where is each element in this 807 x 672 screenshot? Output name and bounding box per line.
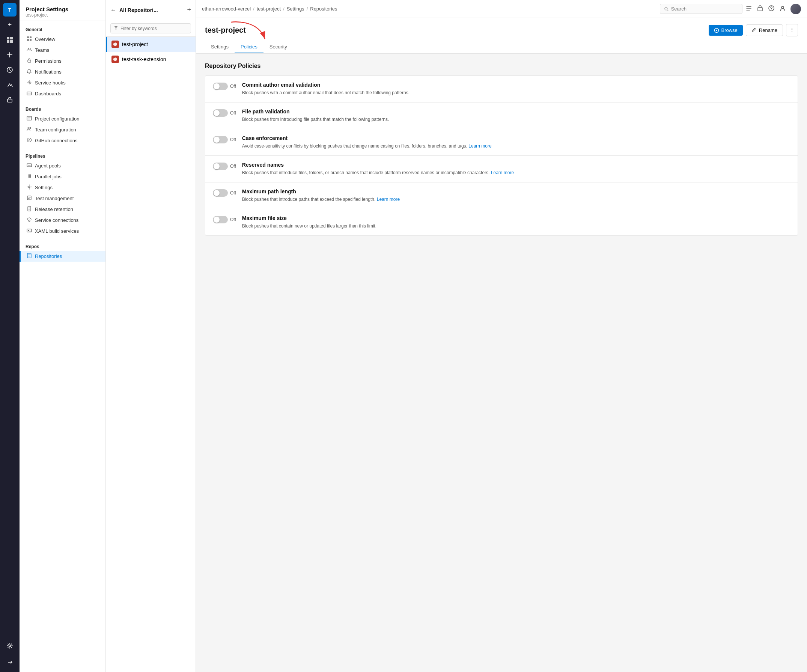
sidebar-item-teams[interactable]: Teams (20, 45, 105, 56)
dashboards-icon (27, 90, 32, 97)
rename-button[interactable]: Rename (746, 24, 783, 36)
svg-rect-9 (27, 39, 29, 41)
svg-point-24 (28, 220, 30, 221)
toggle-switch-commit-email[interactable] (213, 83, 228, 90)
policy-item-case-enforcement: Off Case enforcement Avoid case-sensitiv… (205, 129, 798, 155)
section-title-boards: Boards (20, 105, 105, 113)
svg-point-19 (27, 138, 32, 142)
policy-text-max-file-size: Maximum file size Block pushes that cont… (242, 215, 790, 230)
learn-more-reserved-names[interactable]: Learn more (491, 170, 514, 175)
svg-rect-0 (7, 37, 9, 40)
toggle-case-enforcement[interactable]: Off (213, 136, 236, 143)
checklist-icon[interactable] (746, 5, 752, 13)
sidebar-item-dashboards[interactable]: Dashboards (20, 88, 105, 99)
toggle-switch-file-path[interactable] (213, 109, 228, 117)
policy-text-reserved-names: Reserved names Block pushes that introdu… (242, 162, 790, 176)
svg-point-38 (792, 29, 792, 30)
browse-button[interactable]: Browse (709, 25, 743, 36)
policy-desc-reserved-names: Block pushes that introduce files, folde… (242, 169, 790, 176)
toggle-switch-reserved-names[interactable] (213, 163, 228, 170)
breadcrumb: ethan-arrowood-vercel / test-project / S… (202, 6, 657, 12)
rail-icon-artifacts[interactable] (3, 93, 17, 106)
learn-more-max-path[interactable]: Learn more (377, 197, 400, 202)
svg-point-17 (28, 127, 29, 129)
avatar[interactable] (790, 4, 801, 14)
breadcrumb-sep-3: / (307, 6, 308, 12)
toggle-commit-email[interactable]: Off (213, 83, 236, 90)
sidebar-item-overview[interactable]: Overview (20, 34, 105, 45)
toggle-switch-case-enforcement[interactable] (213, 136, 228, 143)
sidebar-item-notifications[interactable]: Notifications (20, 67, 105, 77)
svg-point-12 (30, 48, 31, 49)
help-icon[interactable] (768, 5, 775, 13)
tab-settings[interactable]: Settings (205, 41, 234, 53)
sidebar-item-github[interactable]: GitHub connections (20, 135, 105, 146)
add-repo-button[interactable]: + (187, 6, 191, 14)
filter-icon (114, 25, 118, 31)
policy-item-commit-email: Off Commit author email validation Block… (205, 75, 798, 102)
teams-icon (27, 47, 32, 53)
breadcrumb-org[interactable]: ethan-arrowood-vercel (202, 6, 251, 12)
sidebar-item-project-config[interactable]: Project configuration (20, 113, 105, 124)
search-input[interactable] (671, 6, 738, 12)
tab-policies[interactable]: Policies (234, 41, 264, 53)
repo-item-test-project[interactable]: test-project (106, 37, 196, 52)
sidebar-item-repositories[interactable]: Repositories (20, 251, 105, 262)
svg-point-34 (782, 7, 784, 8)
more-options-button[interactable] (786, 24, 798, 37)
rail-icon-pipelines[interactable] (3, 48, 17, 62)
breadcrumb-repos[interactable]: Repositories (310, 6, 337, 12)
sidebar-section-repos: Repos Repositories (20, 238, 105, 263)
rail-icon-settings[interactable] (3, 639, 17, 652)
toggle-knob-case-enforcement (214, 136, 219, 143)
toggle-max-path[interactable]: Off (213, 189, 236, 197)
sidebar-item-test-management[interactable]: Test management (20, 193, 105, 204)
learn-more-case-enforcement[interactable]: Learn more (468, 143, 492, 149)
shopping-bag-icon[interactable] (757, 5, 764, 13)
sidebar-item-permissions[interactable]: Permissions (20, 56, 105, 67)
policy-desc-max-file-size: Block pushes that contain new or updated… (242, 223, 790, 230)
svg-marker-29 (113, 57, 117, 61)
rail-icon-add[interactable]: + (3, 18, 17, 32)
toggle-label-max-file-size: Off (230, 217, 236, 222)
notifications-icon (27, 69, 32, 75)
rail-icon-expand[interactable] (3, 655, 17, 669)
repo-item-test-task-extension[interactable]: test-task-extension (106, 52, 196, 67)
sidebar-item-label-team-config: Team configuration (35, 127, 76, 133)
back-button[interactable]: ← (110, 7, 116, 13)
policies-title: Repository Policies (205, 63, 798, 70)
rail-icon-testplans[interactable] (3, 78, 17, 91)
breadcrumb-project[interactable]: test-project (257, 6, 281, 12)
toggle-switch-max-path[interactable] (213, 189, 228, 197)
toggle-max-file-size[interactable]: Off (213, 216, 236, 223)
permissions-icon (27, 58, 32, 64)
user-icon[interactable] (779, 5, 786, 13)
overview-icon (27, 36, 32, 42)
sidebar-item-settings[interactable]: Settings (20, 182, 105, 193)
svg-point-39 (792, 31, 792, 32)
repositories-icon (27, 253, 32, 259)
toggle-reserved-names[interactable]: Off (213, 163, 236, 170)
sidebar-item-service-connections[interactable]: Service connections (20, 215, 105, 226)
rail-icon-app[interactable]: T (3, 3, 17, 17)
svg-point-36 (716, 30, 717, 31)
sidebar-item-parallel-jobs[interactable]: Parallel jobs (20, 171, 105, 182)
breadcrumb-settings[interactable]: Settings (287, 6, 304, 12)
sidebar-item-agent-pools[interactable]: Agent pools (20, 160, 105, 171)
sidebar-item-service-hooks[interactable]: Service hooks (20, 77, 105, 88)
rail-icon-boards[interactable] (3, 33, 17, 47)
tab-security[interactable]: Security (264, 41, 293, 53)
breadcrumb-sep-2: / (283, 6, 284, 12)
toggle-file-path[interactable]: Off (213, 109, 236, 117)
sidebar-subtitle: test-project (25, 12, 100, 18)
sidebar-item-label-permissions: Permissions (35, 58, 61, 64)
sidebar-item-label-parallel-jobs: Parallel jobs (35, 174, 61, 180)
sidebar-item-release-retention[interactable]: Release retention (20, 204, 105, 215)
toggle-knob-commit-email (214, 83, 219, 89)
toggle-switch-max-file-size[interactable] (213, 216, 228, 223)
filter-input[interactable] (121, 26, 188, 31)
rail-icon-repos[interactable] (3, 63, 17, 77)
sidebar-item-xaml[interactable]: XAML build services (20, 226, 105, 236)
policy-title-file-path: File path validation (242, 108, 790, 115)
sidebar-item-team-config[interactable]: Team configuration (20, 124, 105, 135)
